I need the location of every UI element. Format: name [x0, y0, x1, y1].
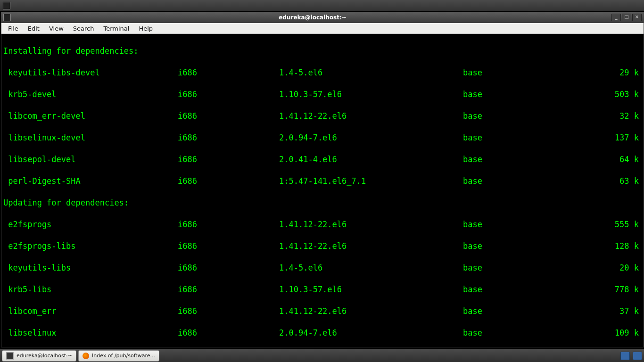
tray-icon[interactable] — [620, 352, 630, 360]
pkg-size: 37 k — [578, 306, 642, 317]
top-panel — [0, 0, 644, 11]
pkg-row: krb5-develi6861.10.3-57.el6base503 k — [3, 89, 642, 100]
pkg-name: libsepol-devel — [3, 154, 178, 165]
pkg-name: e2fsprogs-libs — [3, 241, 178, 252]
pkg-repo: base — [463, 132, 578, 143]
pkg-arch: i686 — [178, 241, 279, 252]
pkg-row: perl-Digest-SHAi6861:5.47-141.el6_7.1bas… — [3, 176, 642, 187]
pkg-name: libselinux-devel — [3, 132, 178, 143]
pkg-repo: base — [463, 284, 578, 295]
maximize-button[interactable]: □ — [622, 14, 631, 21]
pkg-version: 1.4-5.el6 — [279, 263, 463, 273]
pkg-name: libselinux — [3, 328, 178, 338]
tray-icon[interactable] — [633, 352, 642, 360]
bottom-taskbar: edureka@localhost:~ Index of /pub/softwa… — [0, 349, 644, 362]
task-browser[interactable]: Index of /pub/software... — [78, 350, 159, 362]
pkg-row: libcom_erri6861.41.12-22.el6base37 k — [3, 306, 642, 317]
pkg-name: libcom_err-devel — [3, 111, 178, 122]
pkg-row: libcom_err-develi6861.41.12-22.el6base32… — [3, 111, 642, 122]
firefox-icon — [83, 353, 89, 359]
pkg-row: keyutils-libs-develi6861.4-5.el6base29 k — [3, 67, 642, 78]
close-button[interactable]: × — [632, 14, 642, 21]
terminal-icon — [6, 352, 14, 360]
pkg-repo: base — [463, 111, 578, 122]
pkg-row: e2fsprogs-libsi6861.41.12-22.el6base128 … — [3, 241, 642, 252]
pkg-row: libsepol-develi6862.0.41-4.el6base64 k — [3, 154, 642, 165]
pkg-repo: base — [463, 89, 578, 100]
pkg-version: 1.41.12-22.el6 — [279, 306, 463, 317]
pkg-repo: base — [463, 306, 578, 317]
menubar: File Edit View Search Terminal Help — [1, 23, 644, 34]
section-header: Updating for dependencies: — [3, 197, 642, 208]
pkg-size: 137 k — [578, 132, 642, 143]
pkg-size: 32 k — [578, 111, 642, 122]
pkg-row: libselinuxi6862.0.94-7.el6base109 k — [3, 328, 642, 338]
pkg-arch: i686 — [178, 284, 279, 295]
window-app-icon — [3, 14, 11, 21]
pkg-version: 1.41.12-22.el6 — [279, 219, 463, 230]
task-label: Index of /pub/software... — [92, 353, 155, 359]
desktop: edureka@localhost:~ _ □ × File Edit View… — [0, 0, 644, 362]
pkg-version: 1.41.12-22.el6 — [279, 111, 463, 122]
pkg-version: 2.0.94-7.el6 — [279, 328, 463, 338]
pkg-arch: i686 — [178, 306, 279, 317]
pkg-version: 1:5.47-141.el6_7.1 — [279, 176, 463, 187]
minimize-button[interactable]: _ — [611, 14, 621, 21]
titlebar[interactable]: edureka@localhost:~ _ □ × — [1, 12, 644, 23]
pkg-arch: i686 — [178, 132, 279, 143]
pkg-size: 64 k — [578, 154, 642, 165]
pkg-version: 2.0.41-4.el6 — [279, 154, 463, 165]
pkg-repo: base — [463, 328, 578, 338]
pkg-arch: i686 — [178, 89, 279, 100]
pkg-name: perl-Digest-SHA — [3, 176, 178, 187]
terminal-window: edureka@localhost:~ _ □ × File Edit View… — [1, 12, 644, 347]
window-title: edureka@localhost:~ — [15, 14, 611, 21]
pkg-name: krb5-libs — [3, 284, 178, 295]
pkg-row: libselinux-develi6862.0.94-7.el6base137 … — [3, 132, 642, 143]
pkg-repo: base — [463, 241, 578, 252]
pkg-size: 555 k — [578, 219, 642, 230]
pkg-size: 778 k — [578, 284, 642, 295]
pkg-row: keyutils-libsi6861.4-5.el6base20 k — [3, 263, 642, 273]
pkg-arch: i686 — [178, 263, 279, 273]
section-header: Installing for dependencies: — [3, 46, 642, 57]
menu-help[interactable]: Help — [134, 24, 157, 33]
pkg-version: 1.41.12-22.el6 — [279, 241, 463, 252]
pkg-size: 63 k — [578, 176, 642, 187]
menu-search[interactable]: Search — [68, 24, 99, 33]
task-terminal[interactable]: edureka@localhost:~ — [2, 350, 76, 362]
pkg-arch: i686 — [178, 111, 279, 122]
pkg-repo: base — [463, 67, 578, 78]
menu-edit[interactable]: Edit — [23, 24, 44, 33]
pkg-repo: base — [463, 176, 578, 187]
pkg-size: 503 k — [578, 89, 642, 100]
pkg-repo: base — [463, 263, 578, 273]
pkg-row: krb5-libsi6861.10.3-57.el6base778 k — [3, 284, 642, 295]
pkg-arch: i686 — [178, 154, 279, 165]
pkg-repo: base — [463, 154, 578, 165]
pkg-name: keyutils-libs-devel — [3, 67, 178, 78]
pkg-name: krb5-devel — [3, 89, 178, 100]
pkg-version: 1.10.3-57.el6 — [279, 284, 463, 295]
pkg-row: e2fsprogsi6861.41.12-22.el6base555 k — [3, 219, 642, 230]
menu-terminal[interactable]: Terminal — [99, 24, 134, 33]
task-label: edureka@localhost:~ — [17, 353, 72, 359]
pkg-arch: i686 — [178, 219, 279, 230]
pkg-version: 1.10.3-57.el6 — [279, 89, 463, 100]
pkg-version: 1.4-5.el6 — [279, 67, 463, 78]
system-tray — [620, 352, 642, 360]
pkg-name: e2fsprogs — [3, 219, 178, 230]
panel-app-icon[interactable] — [3, 2, 10, 9]
pkg-size: 20 k — [578, 263, 642, 273]
pkg-arch: i686 — [178, 67, 279, 78]
pkg-size: 128 k — [578, 241, 642, 252]
terminal-viewport[interactable]: Installing for dependencies: keyutils-li… — [1, 34, 644, 347]
pkg-size: 29 k — [578, 67, 642, 78]
menu-file[interactable]: File — [3, 24, 23, 33]
menu-view[interactable]: View — [44, 24, 68, 33]
pkg-size: 109 k — [578, 328, 642, 338]
pkg-name: libcom_err — [3, 306, 178, 317]
pkg-name: keyutils-libs — [3, 263, 178, 273]
pkg-repo: base — [463, 219, 578, 230]
pkg-version: 2.0.94-7.el6 — [279, 132, 463, 143]
